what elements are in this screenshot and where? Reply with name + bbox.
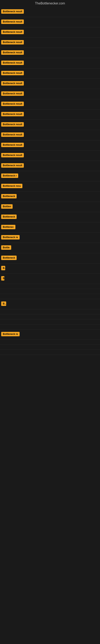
result-row: Bottleneck result bbox=[0, 99, 100, 110]
result-row bbox=[0, 314, 100, 320]
result-row: Bottleneck bbox=[0, 192, 100, 202]
bottleneck-badge[interactable]: Bottleneck result bbox=[1, 20, 24, 24]
result-row: Bottleneck re bbox=[0, 330, 100, 340]
bottleneck-badge[interactable]: Bottleneck result bbox=[1, 91, 24, 96]
bottleneck-badge[interactable]: Bottleneck result bbox=[1, 30, 24, 34]
result-row: Bottleneck result bbox=[0, 161, 100, 171]
result-row bbox=[0, 324, 100, 330]
bottleneck-badge[interactable]: Bottleneck result bbox=[1, 163, 24, 168]
result-row: Bo bbox=[0, 299, 100, 309]
site-title: TheBottlenecker.com bbox=[0, 0, 100, 7]
bottleneck-badge[interactable]: Bottleneck result bbox=[1, 153, 24, 158]
result-row: Bottle bbox=[0, 243, 100, 253]
bottleneck-badge[interactable]: Bottleneck result bbox=[1, 122, 24, 126]
result-row bbox=[0, 294, 100, 299]
bottleneck-badge[interactable]: Bottleneck result bbox=[1, 71, 24, 75]
result-row: Bottleneck result bbox=[0, 120, 100, 130]
bottleneck-badge[interactable]: B bbox=[1, 266, 5, 270]
result-row: Bottleneck result bbox=[0, 130, 100, 140]
bottleneck-badge[interactable]: Bottleneck result bbox=[1, 50, 24, 55]
bottleneck-badge[interactable]: Bottleneck result bbox=[1, 9, 24, 14]
bottleneck-badge[interactable]: Bottleneck result bbox=[1, 112, 24, 116]
result-row: Bottleneck result bbox=[0, 89, 100, 99]
result-row: Bottleneck result bbox=[0, 58, 100, 68]
result-row: Bottleneck bbox=[0, 253, 100, 264]
result-row: Bottleneck result bbox=[0, 150, 100, 161]
result-row: Bottleneck result bbox=[0, 48, 100, 58]
result-row bbox=[0, 350, 100, 355]
bottleneck-badge[interactable]: B bbox=[1, 276, 4, 280]
result-row: Bottleneck result bbox=[0, 140, 100, 150]
bottleneck-badge[interactable]: Bottleneck bbox=[1, 194, 17, 198]
result-row: Bottleneck result bbox=[0, 110, 100, 120]
result-row: Bottleneck result bbox=[0, 17, 100, 27]
result-row: Bottleneck r bbox=[0, 171, 100, 181]
result-row bbox=[0, 320, 100, 324]
result-row: Bottleneck re bbox=[0, 233, 100, 243]
bottleneck-badge[interactable]: Bottleneck result bbox=[1, 102, 24, 106]
bottleneck-badge[interactable]: Bottlen bbox=[1, 204, 13, 209]
bottleneck-badge[interactable]: Bottleneck r bbox=[1, 174, 18, 178]
bottleneck-badge[interactable]: Bottleneck re bbox=[1, 235, 20, 240]
bottleneck-badge[interactable]: Bottleneck bbox=[1, 214, 17, 219]
bottleneck-badge[interactable]: Bottle bbox=[1, 245, 11, 250]
bottleneck-badge[interactable]: Bottleneck re bbox=[1, 332, 20, 336]
bottleneck-badge[interactable]: Bottleneck resu bbox=[1, 184, 22, 188]
result-row bbox=[0, 309, 100, 314]
result-row bbox=[0, 289, 100, 294]
bottleneck-badge[interactable]: Bottleneck result bbox=[1, 132, 24, 137]
bottleneck-badge[interactable]: Bottleneck result bbox=[1, 60, 24, 65]
result-row: Bottleneck result bbox=[0, 7, 100, 17]
result-row: B bbox=[0, 274, 100, 284]
result-row: Bottlenec bbox=[0, 222, 100, 233]
result-row: B bbox=[0, 264, 100, 274]
result-row: Bottleneck result bbox=[0, 27, 100, 38]
bottleneck-badge[interactable]: Bottleneck bbox=[1, 256, 17, 260]
result-row bbox=[0, 345, 100, 350]
bottleneck-badge[interactable]: Bottleneck result bbox=[1, 143, 24, 147]
bottleneck-badge[interactable]: Bottleneck result bbox=[1, 81, 24, 86]
bottleneck-badge[interactable]: Bo bbox=[1, 302, 6, 306]
bottleneck-badge[interactable]: Bottleneck result bbox=[1, 40, 24, 44]
result-row bbox=[0, 284, 100, 289]
result-row: Bottleneck resu bbox=[0, 181, 100, 192]
result-row: Bottlen bbox=[0, 202, 100, 212]
result-row: Bottleneck result bbox=[0, 38, 100, 48]
bottleneck-badge[interactable]: Bottlenec bbox=[1, 225, 15, 229]
result-row: Bottleneck bbox=[0, 212, 100, 222]
result-row bbox=[0, 340, 100, 345]
result-row: Bottleneck result bbox=[0, 68, 100, 79]
result-row: Bottleneck result bbox=[0, 79, 100, 89]
